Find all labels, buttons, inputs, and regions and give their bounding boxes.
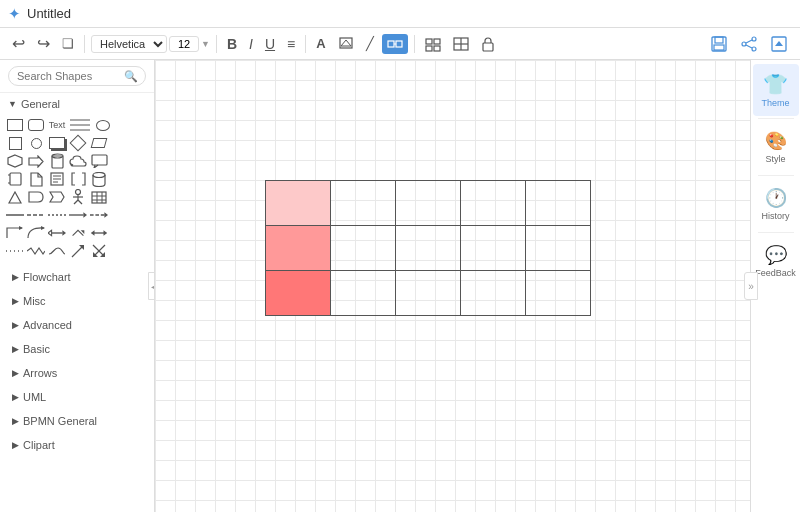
shape-hex[interactable]: [6, 153, 24, 169]
clone-button[interactable]: ❏: [58, 34, 78, 53]
italic-button[interactable]: I: [245, 34, 257, 54]
sidebar-item-basic[interactable]: ▶ Basic: [0, 337, 154, 361]
shape-delay[interactable]: [27, 189, 45, 205]
table-cell-r0c0[interactable]: [266, 181, 331, 226]
left-panel-collapse-button[interactable]: ◀: [148, 272, 155, 300]
shape-arrow5[interactable]: [90, 225, 108, 241]
feedback-panel-button[interactable]: 💬 FeedBack: [753, 235, 799, 287]
sidebar-item-arrows[interactable]: ▶ Arrows: [0, 361, 154, 385]
shape-arrow4[interactable]: [69, 225, 87, 241]
table-cell-r2c2[interactable]: [396, 271, 461, 316]
general-section-header[interactable]: ▼ General: [0, 93, 154, 115]
table-cell-r0c3[interactable]: [461, 181, 526, 226]
table-cell-r2c3[interactable]: [461, 271, 526, 316]
shape-database[interactable]: [90, 171, 108, 187]
table-cell-r2c0[interactable]: [266, 271, 331, 316]
shape-arrow2[interactable]: [90, 207, 108, 223]
shape-circle[interactable]: [27, 135, 45, 151]
shape-arrow1[interactable]: [69, 207, 87, 223]
undo-button[interactable]: ↩: [8, 32, 29, 55]
table-cell-r1c0[interactable]: [266, 226, 331, 271]
shape-parallelogram[interactable]: [90, 135, 108, 151]
sidebar-item-uml[interactable]: ▶ UML: [0, 385, 154, 409]
shape-step[interactable]: [48, 189, 66, 205]
extra2-button[interactable]: [449, 34, 473, 54]
shape-text[interactable]: Text: [48, 117, 66, 133]
shape-curve[interactable]: [27, 225, 45, 241]
save-button[interactable]: [706, 33, 732, 55]
bold-button[interactable]: B: [223, 34, 241, 54]
shape-table[interactable]: [90, 189, 108, 205]
shape-line2[interactable]: [27, 207, 45, 223]
stroke-color-button[interactable]: ╱: [362, 34, 378, 53]
export-button[interactable]: [766, 33, 792, 55]
table-cell-r1c1[interactable]: [331, 226, 396, 271]
shape-note[interactable]: [48, 171, 66, 187]
sidebar-item-clipart[interactable]: ▶ Clipart: [0, 433, 154, 457]
shape-line3[interactable]: [48, 207, 66, 223]
shape-diag-arrow2[interactable]: [90, 243, 108, 259]
shape-lines[interactable]: [69, 117, 91, 133]
table-cell-r2c1[interactable]: [331, 271, 396, 316]
style-panel-button[interactable]: 🎨 Style: [753, 121, 799, 173]
general-arrow-icon: ▼: [8, 99, 17, 109]
table-cell-r0c2[interactable]: [396, 181, 461, 226]
shape-dot-line[interactable]: [6, 243, 24, 259]
shapes-row-5: [6, 189, 148, 205]
shape-arrow-right[interactable]: [27, 153, 45, 169]
misc-arrow-icon: ▶: [12, 296, 19, 306]
history-panel-button[interactable]: 🕐 History: [753, 178, 799, 230]
shape-diag-arrow1[interactable]: [69, 243, 87, 259]
shape-rect-rounded[interactable]: [27, 117, 45, 133]
shape-arrow3[interactable]: [48, 225, 66, 241]
table-cell-r0c1[interactable]: [331, 181, 396, 226]
font-color-button[interactable]: A: [312, 34, 329, 53]
search-input[interactable]: [8, 66, 146, 86]
shape-zigzag[interactable]: [27, 243, 45, 259]
shape-s-curve[interactable]: [48, 243, 66, 259]
shape-cylinder[interactable]: [48, 153, 66, 169]
sidebar-item-misc[interactable]: ▶ Misc: [0, 289, 154, 313]
shape-diamond[interactable]: [69, 135, 87, 151]
font-size-input[interactable]: [169, 36, 199, 52]
sidebar-item-advanced[interactable]: ▶ Advanced: [0, 313, 154, 337]
shape-triangle[interactable]: [6, 189, 24, 205]
shape-ellipse[interactable]: [94, 117, 112, 133]
table-cell-r2c4[interactable]: [526, 271, 591, 316]
share-button[interactable]: [736, 33, 762, 55]
shape-line1[interactable]: [6, 207, 24, 223]
align-button[interactable]: ≡: [283, 34, 299, 54]
shape-callout[interactable]: [90, 153, 108, 169]
canvas-area[interactable]: [155, 60, 750, 512]
misc-label: Misc: [23, 295, 46, 307]
shape-multi-doc[interactable]: [6, 171, 24, 187]
right-panel-collapse-button[interactable]: »: [744, 272, 758, 300]
lock-button[interactable]: [477, 34, 499, 54]
theme-panel-button[interactable]: 👕 Theme: [753, 64, 799, 116]
redo-button[interactable]: ↪: [33, 32, 54, 55]
advanced-arrow-icon: ▶: [12, 320, 19, 330]
shape-rect-double[interactable]: [48, 135, 66, 151]
svg-point-38: [93, 172, 105, 177]
shape-doc[interactable]: [27, 171, 45, 187]
table-cell-r1c2[interactable]: [396, 226, 461, 271]
connection-style-button[interactable]: [382, 34, 408, 54]
basic-label: Basic: [23, 343, 50, 355]
shape-actor[interactable]: [69, 189, 87, 205]
sidebar-item-flowchart[interactable]: ▶ Flowchart: [0, 265, 154, 289]
fill-color-button[interactable]: [334, 34, 358, 54]
shape-cloud[interactable]: [69, 153, 87, 169]
shape-square[interactable]: [6, 135, 24, 151]
underline-button[interactable]: U: [261, 34, 279, 54]
table-cell-r0c4[interactable]: [526, 181, 591, 226]
font-family-select[interactable]: Helvetica: [91, 35, 167, 53]
font-controls: Helvetica ▼: [91, 35, 210, 53]
shape-rect[interactable]: [6, 117, 24, 133]
table-cell-r1c3[interactable]: [461, 226, 526, 271]
shape-elbow[interactable]: [6, 225, 24, 241]
svg-rect-15: [714, 45, 724, 50]
shape-bracket[interactable]: [69, 171, 87, 187]
extra1-button[interactable]: [421, 34, 445, 54]
sidebar-item-bpmn[interactable]: ▶ BPMN General: [0, 409, 154, 433]
table-cell-r1c4[interactable]: [526, 226, 591, 271]
